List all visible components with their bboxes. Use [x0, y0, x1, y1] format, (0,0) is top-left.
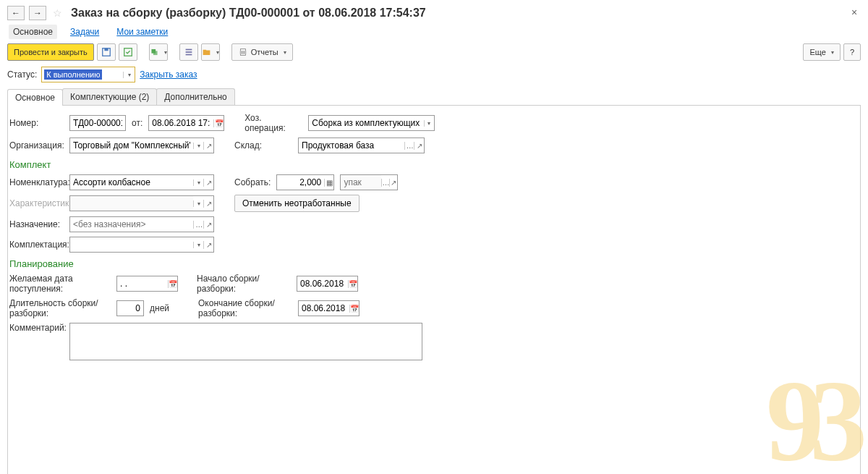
duration-input[interactable] — [116, 300, 144, 316]
tab-additional[interactable]: Дополнительно — [156, 88, 234, 105]
nomen-input[interactable] — [70, 175, 193, 190]
navtab-tasks[interactable]: Задачи — [66, 25, 103, 39]
status-dropdown-icon[interactable]: ▾ — [123, 72, 135, 78]
warehouse-dots-icon[interactable]: … — [404, 142, 414, 150]
more-button[interactable]: Еще — [803, 43, 840, 61]
comment-textarea[interactable] — [69, 323, 422, 360]
unit-input — [341, 175, 381, 190]
desired-date-label: Желаемая дата поступления: — [9, 274, 111, 294]
collect-label: Собрать: — [234, 177, 271, 187]
folder-icon — [202, 47, 211, 57]
org-dropdown-icon[interactable]: ▾ — [193, 143, 203, 149]
assign-label: Назначение: — [9, 219, 64, 229]
char-input — [70, 196, 193, 211]
char-label: Характеристика: — [9, 198, 64, 208]
navtab-notes[interactable]: Мои заметки — [112, 25, 172, 39]
structure-button[interactable] — [179, 43, 198, 61]
svg-rect-6 — [185, 51, 192, 53]
hozop-dropdown-icon[interactable]: ▾ — [424, 120, 435, 127]
equip-input[interactable] — [70, 237, 193, 252]
assign-open-icon[interactable]: ↗ — [203, 221, 213, 229]
svg-rect-5 — [185, 49, 192, 51]
cancel-unprocessed-button[interactable]: Отменить неотработанные — [234, 195, 359, 212]
from-label: от: — [132, 118, 142, 128]
warehouse-input[interactable] — [299, 138, 404, 153]
warehouse-open-icon[interactable]: ↗ — [414, 142, 424, 150]
kit-section-title: Комплект — [9, 159, 859, 170]
list-icon — [184, 47, 194, 57]
unit-open-icon[interactable]: ↗ — [389, 179, 397, 187]
char-open-icon[interactable]: ↗ — [203, 200, 213, 208]
calendar-icon[interactable]: 📅 — [213, 119, 224, 127]
link-icon — [150, 47, 159, 57]
start-date-input[interactable] — [297, 276, 348, 291]
end-date-input[interactable] — [299, 301, 349, 316]
warehouse-label: Склад: — [234, 140, 292, 151]
assign-dots-icon[interactable]: … — [193, 221, 203, 229]
svg-rect-9 — [239, 51, 246, 54]
end-calendar-icon[interactable]: 📅 — [349, 305, 359, 313]
attach-button[interactable] — [201, 43, 220, 61]
svg-rect-4 — [153, 51, 158, 55]
start-label: Начало сборки/разборки: — [197, 274, 291, 294]
reports-label: Отчеты — [251, 48, 278, 56]
equip-dropdown-icon[interactable]: ▾ — [193, 242, 203, 248]
nomen-open-icon[interactable]: ↗ — [203, 179, 213, 187]
assign-input[interactable] — [70, 217, 193, 232]
svg-rect-7 — [185, 54, 192, 56]
desired-date-calendar-icon[interactable]: 📅 — [168, 280, 177, 288]
close-order-link[interactable]: Закрыть заказ — [140, 69, 197, 80]
tab-main[interactable]: Основное — [7, 89, 63, 106]
equip-label: Комплектация: — [9, 240, 64, 250]
post-icon — [123, 47, 133, 57]
unit-dots-icon[interactable]: … — [381, 179, 389, 187]
tab-components[interactable]: Комплектующие (2) — [62, 88, 157, 105]
equip-open-icon[interactable]: ↗ — [203, 241, 213, 249]
planning-section-title: Планирование — [9, 258, 859, 269]
collect-calc-icon[interactable]: ▦ — [324, 179, 333, 187]
status-select[interactable]: К выполнению — [42, 69, 102, 80]
hozop-input[interactable] — [309, 116, 423, 130]
number-input[interactable] — [69, 115, 126, 131]
char-dropdown-icon[interactable]: ▾ — [193, 200, 203, 207]
svg-rect-1 — [104, 48, 108, 51]
desired-date-input[interactable] — [117, 276, 168, 291]
help-button[interactable]: ? — [843, 43, 861, 61]
duration-label: Длительность сборки/разборки: — [9, 298, 111, 318]
date-input[interactable] — [149, 116, 213, 130]
org-input[interactable] — [70, 138, 193, 153]
number-label: Номер: — [9, 118, 64, 128]
back-button[interactable]: ← — [7, 6, 25, 20]
nomen-dropdown-icon[interactable]: ▾ — [193, 179, 203, 186]
print-icon — [238, 47, 248, 57]
save-icon — [101, 47, 111, 57]
favorite-icon[interactable]: ☆ — [51, 7, 64, 20]
nomen-label: Номенклатура: — [9, 177, 64, 187]
hozop-label: Хоз. операция: — [244, 113, 302, 133]
org-label: Организация: — [9, 140, 64, 151]
end-label: Окончание сборки/разборки: — [198, 298, 292, 318]
comment-label: Комментарий: — [9, 323, 64, 333]
create-based-on-button[interactable] — [149, 43, 168, 61]
post-button[interactable] — [119, 43, 137, 61]
duration-unit: дней — [150, 303, 169, 313]
org-open-icon[interactable]: ↗ — [203, 142, 213, 150]
navtab-main[interactable]: Основное — [9, 25, 57, 39]
page-title: Заказ на сборку (разборку) ТД00-000001 о… — [71, 7, 426, 20]
close-button[interactable]: × — [848, 6, 861, 19]
start-calendar-icon[interactable]: 📅 — [348, 280, 357, 288]
watermark: 93 — [766, 374, 853, 467]
status-label: Статус: — [7, 69, 37, 80]
forward-button[interactable]: → — [29, 6, 46, 20]
reports-button[interactable]: Отчеты — [231, 43, 293, 61]
collect-input[interactable] — [277, 175, 324, 190]
save-button[interactable] — [97, 43, 116, 61]
status-value: К выполнению — [44, 69, 102, 80]
post-and-close-button[interactable]: Провести и закрыть — [7, 43, 94, 61]
